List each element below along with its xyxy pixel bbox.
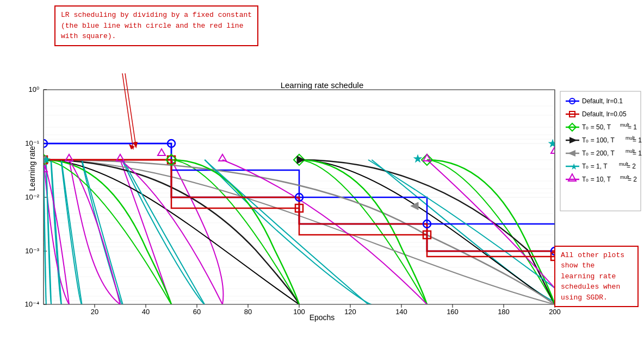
svg-text:★: ★ (413, 153, 422, 164)
svg-text:60: 60 (193, 308, 201, 316)
svg-text:10⁻¹: 10⁻¹ (25, 139, 39, 147)
svg-text:180: 180 (498, 308, 510, 316)
svg-text:140: 140 (395, 308, 407, 316)
svg-text:= 1: = 1 (633, 136, 642, 144)
svg-text:40: 40 (142, 308, 150, 316)
svg-text:= 1: = 1 (628, 123, 637, 131)
svg-text:★: ★ (548, 138, 557, 149)
svg-text:160: 160 (447, 308, 459, 316)
svg-text:20: 20 (91, 308, 98, 316)
svg-text:10⁻²: 10⁻² (25, 193, 39, 201)
chart-svg: 10⁰ 10⁻¹ 10⁻² 10⁻³ 10⁻⁴ (0, 0, 644, 337)
svg-text:= 2: = 2 (627, 163, 636, 170)
svg-text:T₀ = 1, T: T₀ = 1, T (582, 163, 608, 170)
svg-text:10⁰: 10⁰ (29, 85, 39, 93)
svg-text:T₀ = 200, T: T₀ = 200, T (582, 149, 615, 157)
svg-text:T₀ = 50, T: T₀ = 50, T (582, 123, 611, 131)
svg-text:= 1: = 1 (633, 149, 642, 157)
svg-text:200: 200 (549, 308, 561, 316)
svg-text:★: ★ (570, 162, 578, 171)
svg-text:80: 80 (244, 308, 252, 316)
svg-text:= 2: = 2 (628, 176, 637, 183)
annotation-bottom: All other plots show the learning rate s… (554, 246, 639, 308)
svg-text:T₀ = 100, T: T₀ = 100, T (582, 136, 615, 144)
svg-text:120: 120 (344, 308, 356, 316)
svg-text:Default, lr=0.05: Default, lr=0.05 (582, 110, 627, 118)
main-container: LR scheduling by dividing by a fixed con… (0, 0, 644, 337)
annotation-top: LR scheduling by dividing by a fixed con… (54, 5, 258, 46)
svg-text:Default, lr=0.1: Default, lr=0.1 (582, 97, 623, 105)
svg-text:10⁻³: 10⁻³ (25, 247, 39, 255)
svg-text:10⁻⁴: 10⁻⁴ (25, 300, 39, 308)
svg-text:100: 100 (293, 308, 305, 316)
svg-text:T₀ = 10, T: T₀ = 10, T (582, 176, 611, 183)
